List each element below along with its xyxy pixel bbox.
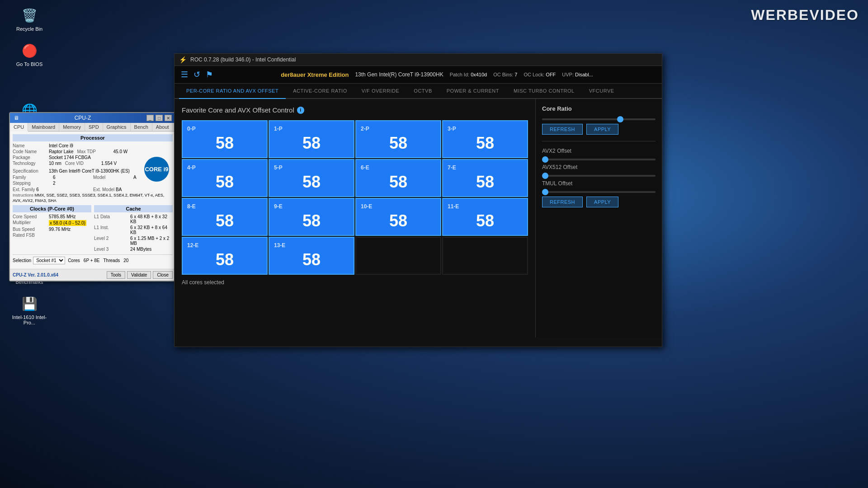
core-cell-4-P[interactable]: 4-P58 bbox=[182, 159, 268, 197]
core-cell-value-13-E: 58 bbox=[274, 250, 349, 269]
cpuz-close-button[interactable]: Close bbox=[153, 271, 173, 279]
cpuz-package-label: Package bbox=[13, 155, 49, 160]
cores-grid: 0-P581-P582-P583-P584-P585-P586-E587-E58… bbox=[182, 120, 528, 275]
roc-cpu-name: 13th Gen Intel(R) CoreT i9-13900HK bbox=[355, 71, 443, 78]
cpuz-stepping-value: 2 bbox=[53, 181, 92, 186]
roc-tab-per-core[interactable]: PER-CORE RATIO AND AVX OFFSET bbox=[179, 84, 286, 99]
core-cell-8-E[interactable]: 8-E58 bbox=[182, 198, 268, 236]
desktop-icon-intel[interactable]: 💾 Intel-1610 Intel-Pro... bbox=[3, 291, 56, 329]
cpuz-package-row: Package Socket 1744 FCBGA bbox=[13, 155, 141, 160]
cpuz-codename-value: Raptor Lake bbox=[49, 149, 73, 154]
cpuz-family-label: Family bbox=[13, 175, 49, 180]
all-cores-selected-text: All cores selected bbox=[182, 279, 528, 286]
cpuz-corespeed-label: Core Speed bbox=[13, 214, 49, 219]
roc-main-area: Favorite Core and AVX Offset Control i 0… bbox=[175, 99, 662, 338]
core-cell-7-E[interactable]: 7-E58 bbox=[442, 159, 528, 197]
core-ratio-apply-button[interactable]: APPLY bbox=[586, 124, 618, 135]
cpuz-titlebar[interactable]: 🖥 CPU-Z _ □ ✕ bbox=[10, 113, 175, 123]
cpuz-package-value: Socket 1744 FCBGA bbox=[49, 155, 91, 160]
roc-titlebar[interactable]: ⚡ ROC 0.7.28 (build 346.0) - Intel Confi… bbox=[175, 54, 662, 66]
cpuz-window-controls: _ □ ✕ bbox=[146, 115, 172, 121]
roc-refresh-icon[interactable]: ↺ bbox=[193, 70, 200, 80]
roc-flag-icon[interactable]: ⚑ bbox=[206, 70, 213, 80]
cpuz-maximize-button[interactable]: □ bbox=[156, 115, 163, 121]
core-cell-0-P[interactable]: 0-P58 bbox=[182, 120, 268, 158]
cpuz-footer: CPU-Z Ver. 2.01.0.x64 Tools Validate Clo… bbox=[10, 269, 175, 281]
cpuz-socket-select[interactable]: Socket #1 bbox=[33, 257, 65, 264]
core-cell-5-P[interactable]: 5-P58 bbox=[269, 159, 354, 197]
desktop-icon-goto-bios[interactable]: 🔴 Go To BIOS bbox=[3, 38, 56, 70]
core-cell-value-2-P: 58 bbox=[361, 134, 436, 153]
core-cell-value-1-P: 58 bbox=[274, 134, 349, 153]
desktop-icon-recycle-bin[interactable]: 🗑️ Recycle Bin bbox=[3, 3, 56, 35]
offset-refresh-button[interactable]: REFRESH bbox=[542, 197, 583, 207]
core-cell-11-E[interactable]: 11-E58 bbox=[442, 198, 528, 236]
core-cell-1-P[interactable]: 1-P58 bbox=[269, 120, 354, 158]
offset-apply-button[interactable]: APPLY bbox=[586, 197, 618, 207]
core-cell-3-P[interactable]: 3-P58 bbox=[442, 120, 528, 158]
core-cell-2-P[interactable]: 2-P58 bbox=[355, 120, 441, 158]
avx2-offset-slider[interactable] bbox=[542, 159, 656, 160]
cpuz-tab-graphics[interactable]: Graphics bbox=[103, 123, 131, 131]
cpuz-validate-button[interactable]: Validate bbox=[127, 271, 151, 279]
cpuz-selection-group: Selection Socket #1 bbox=[13, 257, 65, 264]
cpuz-tab-spd[interactable]: SPD bbox=[85, 123, 103, 131]
cpuz-tab-about[interactable]: About bbox=[152, 123, 173, 131]
core-cell-label-5-P: 5-P bbox=[274, 164, 349, 171]
roc-oc-bins: OC Bins: 7 bbox=[493, 72, 517, 77]
core-cell-label-12-E: 12-E bbox=[187, 242, 262, 249]
cpuz-l3-row: Level 3 24 MBytes bbox=[94, 247, 173, 252]
core-cell-label-8-E: 8-E bbox=[187, 203, 262, 210]
roc-tab-vfcurve[interactable]: VFCURVE bbox=[582, 84, 622, 99]
roc-tab-octvb[interactable]: OCTVB bbox=[406, 84, 439, 99]
tmul-offset-slider[interactable] bbox=[542, 191, 656, 193]
roc-tab-vf-override[interactable]: V/F OVERRIDE bbox=[354, 84, 407, 99]
roc-patch-id-label: Patch Id: bbox=[450, 72, 469, 77]
core-cell-13-E[interactable]: 13-E58 bbox=[269, 237, 354, 275]
avx512-offset-slider[interactable] bbox=[542, 175, 656, 177]
cpuz-tab-cpu[interactable]: CPU bbox=[10, 123, 28, 131]
roc-tab-misc-turbo[interactable]: MISC TURBO CONTROL bbox=[506, 84, 582, 99]
core-cell-label-13-E: 13-E bbox=[274, 242, 349, 249]
cpuz-tech-label: Technology bbox=[13, 161, 49, 166]
cpuz-tech-row: Technology 10 nm Core VID 1.554 V bbox=[13, 161, 141, 166]
cpuz-minimize-button[interactable]: _ bbox=[146, 115, 154, 121]
core-cell-9-E[interactable]: 9-E58 bbox=[269, 198, 354, 236]
offset-buttons: REFRESH APPLY bbox=[542, 197, 656, 207]
roc-oc-lock-label: OC Lock: bbox=[524, 72, 544, 77]
cpuz-clocks-title: Clocks (P-Core #0) bbox=[13, 205, 91, 212]
core-ratio-slider[interactable] bbox=[542, 118, 656, 120]
cpuz-instructions-value: MMX, SSE, SSE2, SSE3, SSSE3, SSE4.1, SSE… bbox=[13, 193, 164, 203]
core-ratio-refresh-button[interactable]: REFRESH bbox=[542, 124, 583, 135]
cpuz-busspeed-label: Bus Speed bbox=[13, 227, 49, 232]
core-cell-10-E[interactable]: 10-E58 bbox=[355, 198, 441, 236]
cpuz-close-button[interactable]: ✕ bbox=[165, 115, 172, 121]
cpuz-tab-mainboard[interactable]: Mainboard bbox=[28, 123, 59, 131]
cpuz-extfamily-row: Ext. Family 6 bbox=[13, 187, 92, 192]
cpuz-extmodel-value: BA bbox=[116, 187, 122, 192]
core-cell-value-6-E: 58 bbox=[361, 173, 436, 192]
core-cell-6-E[interactable]: 6-E58 bbox=[355, 159, 441, 197]
roc-nav-tabs: PER-CORE RATIO AND AVX OFFSET ACTIVE-COR… bbox=[175, 84, 662, 99]
cpuz-tools-button[interactable]: Tools bbox=[107, 271, 125, 279]
cpuz-l2-label: Level 2 bbox=[94, 236, 130, 246]
tmul-offset-label: TMUL Offset bbox=[542, 180, 656, 187]
desktop-icon-label: Recycle Bin bbox=[16, 26, 42, 32]
roc-patch-id-value: 0x410d bbox=[471, 72, 487, 77]
cpuz-title-icon: 🖥 bbox=[14, 115, 19, 121]
core-ratio-buttons: REFRESH APPLY bbox=[542, 124, 656, 135]
roc-menu-icon[interactable]: ☰ bbox=[181, 70, 188, 80]
core-ratio-title: Core Ratio bbox=[542, 105, 656, 112]
tmul-offset-slider-row bbox=[542, 191, 656, 193]
cpuz-codename-row: Code Name Raptor Lake Max TDP 45.0 W bbox=[13, 149, 141, 154]
cpuz-l1data-row: L1 Data 6 x 48 KB + 8 x 32 KB bbox=[94, 214, 173, 224]
roc-tab-active-core[interactable]: ACTIVE-CORE RATIO bbox=[286, 84, 354, 99]
cpuz-tab-memory[interactable]: Memory bbox=[59, 123, 85, 131]
cpuz-ratedfsb-label: Rated FSB bbox=[13, 233, 49, 238]
roc-uvp-value: Disabl... bbox=[575, 72, 593, 77]
cpuz-tab-bench[interactable]: Bench bbox=[131, 123, 152, 131]
cpuz-instructions-label: Instructions bbox=[13, 193, 33, 197]
cpuz-ratedfsb-row: Rated FSB bbox=[13, 233, 91, 238]
roc-tab-power-current[interactable]: POWER & CURRENT bbox=[439, 84, 506, 99]
core-cell-12-E[interactable]: 12-E58 bbox=[182, 237, 268, 275]
